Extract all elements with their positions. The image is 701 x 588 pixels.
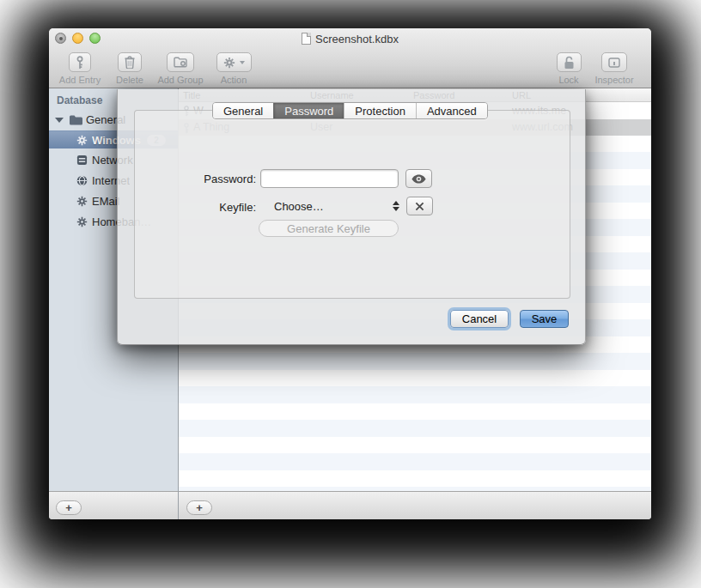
up-arrow-icon [393, 201, 399, 205]
toolbar-button-label: Delete [116, 75, 143, 85]
unlock-icon [564, 56, 575, 70]
plus-icon: + [65, 502, 72, 513]
trash-icon [125, 56, 135, 69]
add-group-button[interactable] [167, 52, 194, 72]
lock-button[interactable] [557, 52, 582, 72]
password-field-label: Password: [169, 173, 256, 185]
info-icon [608, 58, 620, 68]
plus-icon: + [196, 502, 203, 513]
toolbar-delete[interactable]: Delete [111, 52, 149, 85]
bottom-bar: + + [49, 491, 651, 519]
popup-stepper-icon[interactable] [392, 198, 399, 214]
sidebar-section-title: Database [57, 94, 102, 106]
globe-icon [76, 174, 88, 187]
save-button[interactable]: Save [520, 310, 569, 328]
tab-protection[interactable]: Protection [344, 103, 416, 118]
delete-button[interactable] [118, 52, 142, 72]
tab-general[interactable]: General [213, 103, 273, 118]
toolbar-button-label: Lock [558, 75, 578, 85]
window-chrome: Screenshot.kdbx Add Entry Delete [49, 28, 651, 88]
folder-icon [70, 113, 82, 126]
x-icon [415, 202, 424, 211]
disclosure-triangle-icon[interactable] [55, 118, 64, 123]
add-entry-plus-button[interactable]: + [186, 500, 212, 515]
toolbar-button-label: Add Entry [59, 75, 101, 85]
key-icon [76, 56, 84, 70]
chevron-down-icon [240, 61, 245, 64]
action-menu-button[interactable] [216, 52, 252, 72]
toolbar: Add Entry Delete Add Group [49, 47, 651, 88]
toolbar-button-label: Action [221, 75, 247, 85]
toolbar-button-label: Inspector [594, 75, 633, 85]
network-icon [76, 154, 88, 167]
clear-keyfile-button[interactable] [406, 197, 433, 215]
window-title: Screenshot.kdbx [315, 33, 399, 45]
toolbar-add-entry[interactable]: Add Entry [54, 52, 106, 85]
add-entry-button[interactable] [69, 52, 91, 72]
eye-icon [411, 174, 426, 184]
cancel-button[interactable]: Cancel [450, 310, 509, 328]
sidebar-item-label: EMail [92, 195, 120, 208]
password-input[interactable] [260, 169, 399, 188]
toolbar-action[interactable]: Action [214, 52, 253, 85]
titlebar[interactable]: Screenshot.kdbx [49, 28, 651, 47]
show-password-button[interactable] [405, 169, 432, 188]
tab-advanced[interactable]: Advanced [416, 103, 487, 118]
app-window: Database General Windows 2 Network [49, 28, 651, 519]
toolbar-button-label: Add Group [157, 75, 203, 85]
toolbar-add-group[interactable]: Add Group [154, 52, 207, 85]
document-proxy-icon [302, 33, 311, 45]
gear-icon [76, 215, 88, 228]
password-settings-sheet: General Password Protection Advanced Pas… [117, 89, 586, 345]
keyfile-popup-button[interactable]: Choose… [274, 200, 324, 213]
folder-plus-icon [174, 57, 187, 68]
desktop-background: { "window": { "title": "Screenshot.kdbx"… [0, 0, 701, 588]
down-arrow-icon [393, 207, 399, 211]
add-group-plus-button[interactable]: + [56, 500, 82, 515]
keyfile-field-label: Keyfile: [169, 201, 256, 214]
gear-icon [223, 57, 235, 69]
gear-icon [76, 134, 88, 147]
settings-tab-bar: General Password Protection Advanced [212, 102, 488, 119]
gear-icon [76, 195, 88, 208]
tab-password[interactable]: Password [273, 103, 344, 118]
inspector-button[interactable] [601, 52, 627, 72]
generate-keyfile-button: Generate Keyfile [259, 220, 399, 237]
toolbar-inspector[interactable]: Inspector [590, 52, 638, 85]
toolbar-lock[interactable]: Lock [554, 52, 583, 85]
